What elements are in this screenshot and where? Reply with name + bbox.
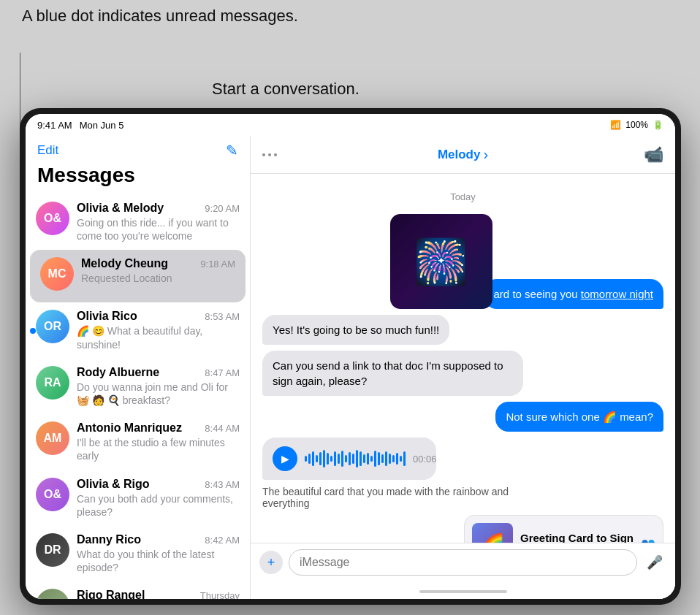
audio-container: ▶ 00:06 The beautiful card that you made… [262,438,511,509]
microphone-button[interactable]: 🎤 [643,551,666,574]
ipad-screen: 9:41 AM Mon Jun 5 📶 100% 🔋 Edit ✎ Messag… [26,114,675,599]
avatar-antonio-manriquez: AM [36,421,69,455]
conv-info-antonio-manriquez: Antonio Manriquez 8:44 AM I'll be at the… [77,421,240,462]
annotation-compose: Start a conversation. [212,79,359,100]
video-icon: 📹 [644,145,663,164]
conv-top-antonio-manriquez: Antonio Manriquez 8:44 AM [77,421,240,435]
compose-button[interactable]: ✎ [226,142,238,159]
conv-time-antonio-manriquez: 8:44 AM [205,423,240,434]
sidebar: Edit ✎ Messages O& Olivia & Melody 9:20 … [26,136,251,599]
conv-top-rody-albuerne: Rody Albuerne 8:47 AM [77,366,240,379]
conv-preview-melody-cheung: Requested Location [81,272,235,285]
conv-info-rigo-rangel: Rigo Rangel Thursday August 31, 2018 – A… [77,589,240,599]
conv-top-melody-cheung: Melody Cheung 9:18 AM [81,257,235,270]
conv-name-danny-rico: Danny Rico [77,533,141,546]
message-row-yes: Yes! It's going to be so much fun!!! [262,315,663,345]
conversation-item-olivia-rigo[interactable]: O& Olivia & Rigo 8:43 AM Can you both ad… [26,470,250,526]
conv-name-antonio-manriquez: Antonio Manriquez [77,421,182,435]
battery-status: 100% [625,120,648,130]
message-row-audio: ▶ 00:06 The beautiful card that you made… [262,438,663,509]
conv-info-olivia-rigo: Olivia & Rigo 8:43 AM Can you both add y… [77,478,240,519]
avatar-rigo-rangel: RR [36,589,69,599]
sidebar-title: Messages [26,164,250,194]
battery-icon: 🔋 [653,120,663,130]
card-info: Greeting Card to Sign Freeform [520,532,634,543]
status-date: Mon Jun 5 [80,120,124,131]
message-input[interactable] [289,549,637,576]
card-thumbnail: 🌈 [472,523,513,543]
conv-top-rigo-rangel: Rigo Rangel Thursday [77,589,240,599]
annotation-unread: A blue dot indicates unread messages. [22,6,298,27]
messages-area[interactable]: Today ard to seeing you tomorrow night Y… [251,174,675,543]
conversation-item-rigo-rangel[interactable]: RR Rigo Rangel Thursday August 31, 2018 … [26,581,250,599]
conv-name-melody-cheung: Melody Cheung [81,257,168,270]
dot1 [262,153,265,156]
message-bubble-link: Can you send a link to that doc I'm supp… [262,351,523,396]
message-bubble-sent-1: ard to seeing you tomorrow night [484,279,663,309]
greeting-card-bubble[interactable]: 🌈 Greeting Card to Sign Freeform 👥 [464,515,663,543]
conv-info-melody-cheung: Melody Cheung 9:18 AM Requested Location [81,257,235,285]
main-content: Edit ✎ Messages O& Olivia & Melody 9:20 … [26,136,675,599]
add-attachment-button[interactable]: + [259,551,283,574]
conv-top-olivia-rico: Olivia Rico 8:53 AM [77,310,240,323]
conv-time-rigo-rangel: Thursday [200,590,240,599]
conversation-item-olivia-melody[interactable]: O& Olivia & Melody 9:20 AM Going on this… [26,194,250,250]
message-row-notsure: Not sure which one 🌈 mean? [262,402,663,432]
date-label: Today [262,191,663,202]
chat-panel: Melody › 📹 Today [251,136,675,599]
collaboration-icon: 👥 [641,537,655,543]
avatar-olivia-melody: O& [36,202,69,235]
conv-top-olivia-melody: Olivia & Melody 9:20 AM [77,202,240,215]
avatar-rody-albuerne: RA [36,366,69,400]
conversation-item-olivia-rico[interactable]: OR Olivia Rico 8:53 AM 🌈 😊 What a beauti… [26,302,250,358]
audio-bubble[interactable]: ▶ 00:06 [262,438,436,480]
waveform [305,448,406,469]
avatar-melody-cheung: MC [40,257,74,291]
chat-contact-name[interactable]: Melody [438,148,481,162]
conv-top-olivia-rigo: Olivia & Rigo 8:43 AM [77,478,240,491]
conv-name-olivia-rico: Olivia Rico [77,310,137,323]
conv-time-olivia-rico: 8:53 AM [205,311,240,322]
ipad-frame: 9:41 AM Mon Jun 5 📶 100% 🔋 Edit ✎ Messag… [20,108,681,605]
status-right: 📶 100% 🔋 [610,120,663,130]
avatar-olivia-rigo: O& [36,478,69,511]
conv-preview-antonio-manriquez: I'll be at the studio a few minutes earl… [77,436,240,462]
video-call-button[interactable]: 📹 [644,145,663,164]
conv-name-olivia-rigo: Olivia & Rigo [77,478,150,491]
conversation-item-melody-cheung[interactable]: MC Melody Cheung 9:18 AM Requested Locat… [30,250,246,302]
conv-time-rody-albuerne: 8:47 AM [205,367,240,378]
conv-time-olivia-rigo: 8:43 AM [205,479,240,490]
conv-info-olivia-melody: Olivia & Melody 9:20 AM Going on this ri… [77,202,240,242]
avatar-danny-rico: DR [36,533,69,567]
conv-preview-olivia-rigo: Can you both add your comments, please? [77,492,240,519]
status-left: 9:41 AM Mon Jun 5 [37,120,123,131]
sidebar-header: Edit ✎ [26,136,250,164]
conv-top-danny-rico: Danny Rico 8:42 AM [77,533,240,546]
edit-button[interactable]: Edit [37,143,58,158]
play-button[interactable]: ▶ [273,446,297,471]
conv-preview-olivia-rico: 🌈 😊 What a beautiful day, sunshine! [77,324,240,351]
conv-info-danny-rico: Danny Rico 8:42 AM What do you think of … [77,533,240,574]
conv-time-danny-rico: 8:42 AM [205,535,240,546]
home-indicator [251,584,675,599]
message-row-img: ard to seeing you tomorrow night [262,214,663,309]
conv-info-rody-albuerne: Rody Albuerne 8:47 AM Do you wanna join … [77,366,240,407]
home-bar [419,590,507,593]
audio-caption: The beautiful card that you made with th… [262,486,511,509]
conversation-item-antonio-manriquez[interactable]: AM Antonio Manriquez 8:44 AM I'll be at … [26,414,250,470]
fireworks-image [390,214,492,309]
conversation-item-danny-rico[interactable]: DR Danny Rico 8:42 AM What do you think … [26,526,250,581]
chat-dots [262,153,277,156]
conv-name-olivia-melody: Olivia & Melody [77,202,164,215]
dot3 [274,153,277,156]
unread-dot-olivia-rico [30,328,36,334]
message-row-link: Can you send a link to that doc I'm supp… [262,351,663,396]
message-bubble-yes: Yes! It's going to be so much fun!!! [262,315,449,345]
conversation-item-rody-albuerne[interactable]: RA Rody Albuerne 8:47 AM Do you wanna jo… [26,359,250,414]
status-bar: 9:41 AM Mon Jun 5 📶 100% 🔋 [26,114,675,136]
conv-time-melody-cheung: 9:18 AM [200,259,235,270]
status-time: 9:41 AM [37,120,72,131]
conv-time-olivia-melody: 9:20 AM [205,203,240,214]
message-bubble-notsure: Not sure which one 🌈 mean? [495,402,663,432]
conv-name-rigo-rangel: Rigo Rangel [77,589,145,599]
